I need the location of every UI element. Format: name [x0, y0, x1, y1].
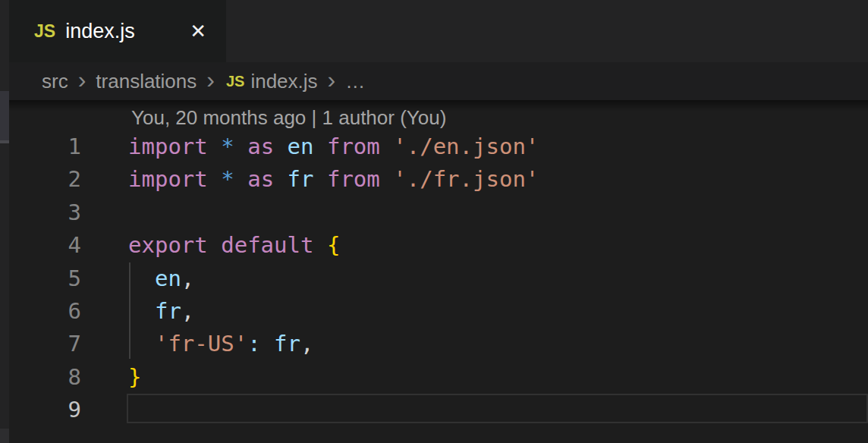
gitlens-blame-annotation[interactable]: You, 20 months ago | 1 author (You)	[9, 105, 868, 130]
sidebar-band-top	[0, 0, 9, 91]
code-token	[274, 134, 287, 159]
breadcrumb-item-translations[interactable]: translations	[96, 70, 197, 93]
code-token: :	[247, 331, 260, 357]
code-line-2[interactable]: 2import * as fr from './fr.json'	[9, 163, 868, 196]
line-content[interactable]: }	[81, 361, 141, 394]
code-token: default	[221, 232, 313, 258]
code-line-5[interactable]: 5 en,	[9, 262, 868, 295]
sidebar-band-bottom	[0, 429, 9, 443]
code-line-8[interactable]: 8}	[9, 361, 868, 394]
breadcrumbs: src›translations›JSindex.js›…	[9, 62, 868, 100]
current-line-highlight	[127, 394, 868, 423]
code-token	[128, 331, 155, 357]
code-token	[274, 166, 287, 192]
editor-group: JS index.js ✕ src›translations›JSindex.j…	[9, 0, 868, 443]
line-content[interactable]: import * as fr from './fr.json'	[81, 163, 539, 196]
line-number[interactable]: 3	[9, 196, 81, 229]
code-token: en	[288, 134, 314, 159]
code-token	[128, 265, 155, 291]
line-content[interactable]: fr,	[81, 295, 194, 328]
tab-index-js[interactable]: JS index.js ✕	[9, 0, 226, 62]
breadcrumb-item-index.js[interactable]: index.js	[250, 70, 317, 93]
code-token: *	[221, 134, 234, 159]
code-token	[234, 134, 247, 159]
code-token	[380, 134, 393, 159]
line-number[interactable]: 2	[9, 163, 81, 196]
line-number[interactable]: 8	[9, 361, 81, 394]
code-token: fr	[274, 331, 300, 357]
line-content[interactable]: 'fr-US': fr,	[81, 328, 313, 360]
code-token: ,	[300, 331, 313, 357]
code-line-4[interactable]: 4export default {	[9, 229, 868, 262]
line-content[interactable]: export default {	[81, 229, 340, 262]
code-editor[interactable]: You, 20 months ago | 1 author (You) 1imp…	[9, 100, 868, 443]
code-token	[234, 166, 247, 192]
code-token	[380, 166, 393, 192]
code-token: as	[247, 134, 274, 159]
code-line-3[interactable]: 3	[9, 196, 868, 229]
code-token	[313, 166, 326, 192]
code-token: ,	[181, 265, 194, 291]
code-lines: 1import * as en from './en.json'2import …	[9, 130, 868, 427]
code-token: from	[327, 166, 380, 192]
code-token: {	[327, 232, 340, 258]
line-number[interactable]: 1	[9, 130, 81, 163]
sidebar-sliver	[0, 0, 9, 443]
line-number[interactable]: 6	[9, 295, 81, 328]
line-number[interactable]: 9	[9, 394, 81, 426]
tab-label: index.js	[65, 20, 135, 43]
code-token	[128, 298, 155, 324]
code-token: import	[128, 166, 208, 192]
code-token: en	[155, 265, 181, 291]
sidebar-selected-item[interactable]	[0, 91, 9, 140]
code-token: from	[327, 134, 380, 159]
js-file-icon: JS	[34, 23, 55, 40]
code-token: fr	[288, 166, 314, 192]
chevron-right-icon: ›	[78, 68, 86, 92]
close-icon[interactable]: ✕	[190, 21, 206, 41]
code-line-1[interactable]: 1import * as en from './en.json'	[9, 130, 868, 163]
code-token: fr	[155, 298, 181, 324]
code-token: as	[247, 166, 274, 192]
code-token: export	[128, 232, 208, 258]
js-file-icon: JS	[226, 73, 244, 90]
code-token: './en.json'	[393, 134, 539, 159]
line-number[interactable]: 7	[9, 328, 81, 360]
code-line-9[interactable]: 9	[9, 394, 868, 426]
line-number[interactable]: 4	[9, 229, 81, 262]
chevron-right-icon: ›	[206, 68, 215, 92]
code-token: 'fr-US'	[155, 331, 247, 357]
sidebar-band-lower	[0, 143, 9, 429]
line-content[interactable]	[81, 394, 128, 426]
vscode-window: JS index.js ✕ src›translations›JSindex.j…	[0, 0, 868, 443]
chevron-right-icon: ›	[328, 68, 336, 92]
line-content[interactable]	[81, 196, 128, 229]
code-token: ,	[181, 298, 194, 324]
code-token: }	[128, 364, 141, 390]
code-token	[208, 232, 221, 258]
code-token: './fr.json'	[393, 166, 539, 192]
code-token: import	[128, 134, 208, 159]
line-content[interactable]: import * as en from './en.json'	[81, 130, 539, 163]
tab-bar: JS index.js ✕	[9, 0, 868, 62]
code-token	[313, 232, 326, 258]
code-token: *	[221, 166, 234, 192]
code-token	[208, 134, 221, 159]
line-content[interactable]: en,	[81, 262, 194, 295]
code-token	[313, 134, 326, 159]
breadcrumb-item-[interactable]: …	[345, 70, 365, 93]
code-token	[261, 331, 274, 357]
line-number[interactable]: 5	[9, 262, 81, 295]
code-line-7[interactable]: 7 'fr-US': fr,	[9, 328, 868, 360]
code-line-6[interactable]: 6 fr,	[9, 295, 868, 328]
code-token	[208, 166, 221, 192]
breadcrumb-item-src[interactable]: src	[42, 70, 68, 93]
